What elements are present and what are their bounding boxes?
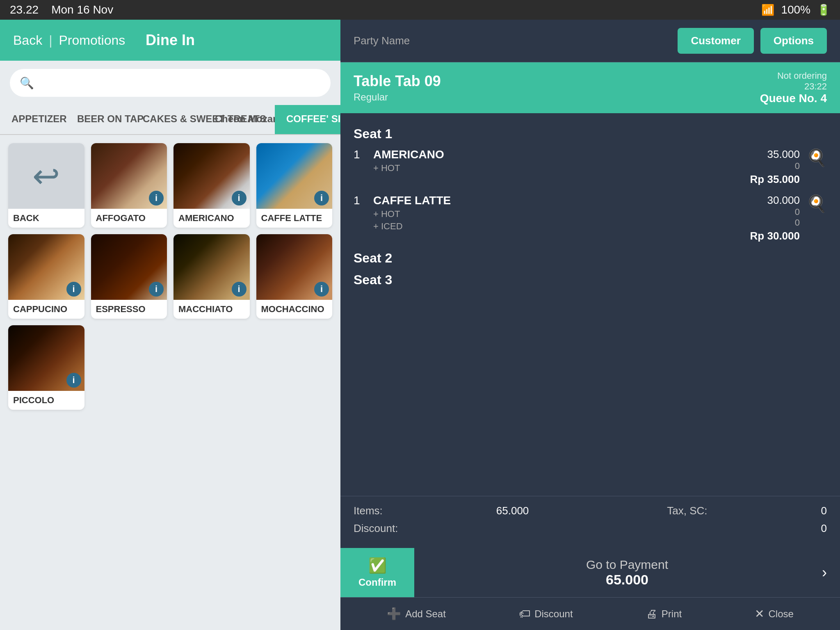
party-name-label: Party Name: [354, 34, 410, 47]
seat-header-seat1: Seat 1: [354, 126, 827, 142]
order-mod-price: 0: [750, 217, 800, 228]
product-label-caffe-latte: CAFFE LATTE: [256, 209, 333, 228]
status-time-date: 23.22 Mon 16 Nov: [10, 3, 113, 16]
close-label: Close: [768, 608, 793, 620]
search-box[interactable]: 🔍: [10, 69, 331, 97]
add-seat-icon: ➕: [387, 607, 401, 621]
back-button[interactable]: Back: [13, 33, 42, 48]
product-label-americano: AMERICANO: [173, 209, 250, 228]
info-icon[interactable]: i: [314, 191, 329, 205]
order-item-price-total: Rp 35.000: [750, 173, 800, 186]
table-name: Table Tab 09: [354, 73, 441, 90]
table-queue: Queue No. 4: [760, 92, 827, 105]
pot-icon[interactable]: 🍳: [806, 194, 827, 213]
product-card-piccolo[interactable]: i PICCOLO: [8, 325, 84, 410]
product-card-macchiato[interactable]: i MACCHIATO: [173, 234, 250, 319]
product-card-espresso[interactable]: i ESPRESSO: [91, 234, 167, 319]
product-card-cappucino[interactable]: i CAPPUCINO: [8, 234, 84, 319]
product-card-caffe-latte[interactable]: i CAFFE LATTE: [256, 143, 333, 228]
bottom-action-close[interactable]: ✕ Close: [755, 607, 793, 621]
regular-label: Regular: [354, 91, 441, 103]
product-card-affogato[interactable]: i AFFOGATO: [91, 143, 167, 228]
go-to-payment-button[interactable]: Go to Payment 65.000 ›: [414, 548, 840, 597]
bottom-action-add-seat[interactable]: ➕ Add Seat: [387, 607, 446, 621]
order-item-price: 35.000 0 Rp 35.000: [750, 148, 800, 186]
product-label-espresso: ESPRESSO: [91, 300, 167, 319]
order-area: Seat 1 1 AMERICANO + HOT 35.000 0 Rp 35.…: [340, 113, 840, 496]
order-item-price-main: 35.000: [750, 148, 800, 161]
print-label: Print: [662, 608, 682, 620]
info-icon[interactable]: i: [232, 282, 247, 297]
product-card-americano[interactable]: i AMERICANO: [173, 143, 250, 228]
tax-value: 0: [821, 504, 827, 517]
info-icon[interactable]: i: [66, 373, 81, 388]
product-card-back[interactable]: ↩ Back: [8, 143, 84, 228]
product-image-americano: i: [173, 143, 250, 209]
product-grid: ↩ Back i AFFOGATO i AMERICANO i CAFFE LA…: [0, 135, 340, 630]
right-panel: Party Name Customer Options Table Tab 09…: [340, 20, 840, 630]
discount-label: Discount:: [354, 522, 398, 535]
print-icon: 🖨: [646, 607, 657, 621]
product-image-piccolo: i: [8, 325, 84, 391]
category-tab-appetizer[interactable]: APPETIZER: [0, 105, 66, 134]
bottom-action-discount[interactable]: 🏷 Discount: [519, 607, 573, 621]
category-tabs: APPETIZERBEER ON TAPCAKES & SWEET TREATS…: [0, 105, 340, 135]
confirm-button[interactable]: ✅ Confirm: [340, 548, 414, 597]
product-label-affogato: AFFOGATO: [91, 209, 167, 228]
status-time: 23.22: [10, 3, 39, 16]
product-image-cappucino: i: [8, 234, 84, 300]
product-image-affogato: i: [91, 143, 167, 209]
discount-value: 0: [821, 522, 827, 535]
customer-button[interactable]: Customer: [678, 28, 753, 54]
discount-icon: 🏷: [519, 607, 530, 621]
nav-separator: |: [49, 33, 52, 48]
product-label-back: Back: [8, 209, 84, 228]
pot-icon[interactable]: 🍳: [806, 148, 827, 167]
product-label-mochaccino: MOCHACCINO: [256, 300, 333, 319]
discount-label: Discount: [534, 608, 573, 620]
confirm-icon: ✅: [368, 557, 387, 574]
product-label-piccolo: PICCOLO: [8, 391, 84, 410]
category-tab-beer-on-tap[interactable]: BEER ON TAP: [66, 105, 131, 134]
product-image-caffe-latte: i: [256, 143, 333, 209]
order-modifier: + HOT: [373, 163, 744, 173]
order-item-price-total: Rp 30.000: [750, 230, 800, 242]
totals-area: Items: 65.000 Tax, SC: 0 Discount: 0: [340, 496, 840, 548]
category-tab-cakes-sweet-treats[interactable]: CAKES & SWEET TREATS: [131, 105, 203, 134]
seat-header-seat2: Seat 2: [354, 251, 827, 266]
add-seat-label: Add Seat: [405, 608, 446, 620]
search-container: 🔍: [0, 61, 340, 105]
battery-level: 100%: [781, 3, 810, 16]
product-label-cappucino: CAPPUCINO: [8, 300, 84, 319]
order-item: 1 AMERICANO + HOT 35.000 0 Rp 35.000 🍳: [354, 148, 827, 186]
bottom-action-print[interactable]: 🖨 Print: [646, 607, 682, 621]
info-icon[interactable]: i: [149, 282, 164, 297]
left-panel: Back | Promotions Dine In 🔍 APPETIZERBEE…: [0, 20, 340, 630]
items-label: Items:: [354, 504, 383, 517]
page-title: Dine In: [146, 32, 195, 49]
battery-icon: 🔋: [817, 4, 830, 16]
info-icon[interactable]: i: [66, 282, 81, 297]
product-card-mochaccino[interactable]: i MOCHACCINO: [256, 234, 333, 319]
product-image-espresso: i: [91, 234, 167, 300]
nav-back-promotions: Back | Promotions: [13, 33, 125, 48]
status-bar: 23.22 Mon 16 Nov 📶 100% 🔋: [0, 0, 840, 20]
category-tab-coffee-sir[interactable]: COFFEE' SIR: [275, 105, 340, 134]
close-icon: ✕: [755, 607, 764, 621]
options-button[interactable]: Options: [760, 28, 827, 54]
info-icon[interactable]: i: [149, 191, 164, 205]
promotions-link[interactable]: Promotions: [59, 33, 125, 48]
payment-bar: ✅ Confirm Go to Payment 65.000 ›: [340, 548, 840, 597]
order-item-qty: 1: [354, 194, 367, 207]
order-mod-price: 0: [750, 207, 800, 217]
table-info-left: Table Tab 09 Regular: [354, 73, 441, 103]
search-input[interactable]: [41, 76, 321, 89]
category-tab-cheon-mozarella-corndog[interactable]: Cheon Mozarella Corndog: [203, 105, 275, 134]
info-icon[interactable]: i: [314, 282, 329, 297]
items-value: 65.000: [496, 504, 529, 517]
go-payment-text: Go to Payment 65.000: [586, 558, 668, 588]
status-right: 📶 100% 🔋: [761, 3, 830, 16]
info-icon[interactable]: i: [232, 191, 247, 205]
right-action-buttons: Customer Options: [678, 28, 827, 54]
order-modifier: + ICED: [373, 221, 744, 232]
